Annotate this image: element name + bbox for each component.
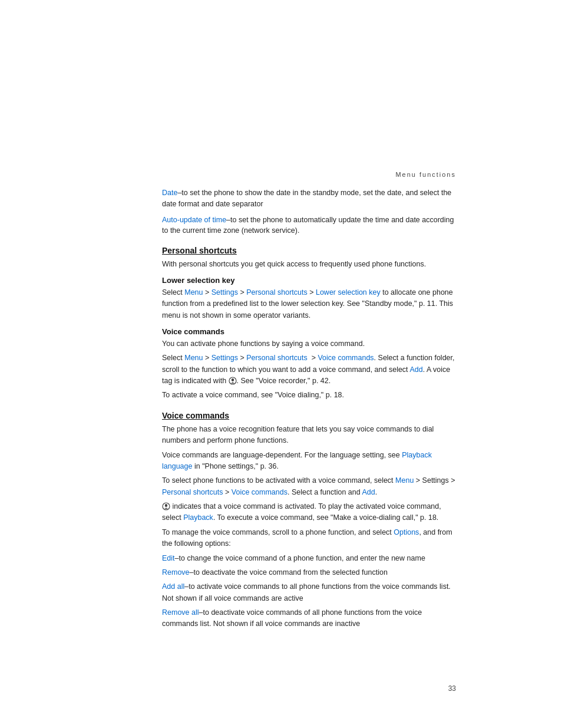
option-edit: Edit–to change the voice command of a ph…: [162, 553, 456, 564]
voice-commands-activate: To activate a voice command, see "Voice …: [162, 390, 456, 401]
vc-desc5: To manage the voice commands, scroll to …: [162, 527, 456, 550]
voice-commands-desc1: You can activate phone functions by sayi…: [162, 338, 456, 350]
remove-link[interactable]: Remove: [162, 568, 190, 577]
menu-link-1[interactable]: Menu: [184, 288, 203, 297]
page: Menu functions Date–to set the phone to …: [0, 0, 562, 728]
page-number: 33: [448, 684, 456, 693]
add-link-2[interactable]: Add: [362, 488, 375, 496]
settings-link-1[interactable]: Settings: [211, 288, 238, 297]
option-remove-all: Remove all–to deactivate voice commands …: [162, 607, 456, 630]
personal-shortcuts-link-3[interactable]: Personal shortcuts: [162, 488, 223, 496]
menu-link-3[interactable]: Menu: [395, 476, 414, 485]
remove-all-link[interactable]: Remove all: [162, 608, 199, 617]
voice-commands-sub-heading: Voice commands: [162, 327, 456, 336]
autoupdate-link[interactable]: Auto-update of time: [162, 216, 226, 224]
voice-commands-link-1[interactable]: Voice commands: [318, 354, 373, 362]
personal-shortcuts-link-2[interactable]: Personal shortcuts: [246, 354, 308, 362]
vc-desc3: To select phone functions to be activate…: [162, 475, 456, 498]
add-link-1[interactable]: Add: [409, 365, 422, 374]
date-desc: –to set the phone to show the date in th…: [162, 189, 451, 208]
personal-shortcuts-desc: With personal shortcuts you get quick ac…: [162, 259, 456, 270]
settings-link-2[interactable]: Settings: [211, 354, 238, 362]
lower-selection-key-heading: Lower selection key: [162, 276, 456, 285]
section-header-text: Menu functions: [395, 171, 456, 178]
playback-link[interactable]: Playback: [183, 513, 213, 522]
vc-desc2: Voice commands are language-dependent. F…: [162, 450, 456, 473]
lower-selection-key-link[interactable]: Lower selection key: [316, 288, 381, 297]
content-area: Menu functions Date–to set the phone to …: [0, 0, 562, 680]
date-link[interactable]: Date: [162, 189, 177, 197]
vc-desc4: indicates that a voice command is activa…: [162, 501, 456, 524]
option-remove: Remove–to deactivate the voice command f…: [162, 567, 456, 578]
menu-link-2[interactable]: Menu: [184, 354, 203, 362]
personal-shortcuts-link-1[interactable]: Personal shortcuts: [246, 288, 308, 297]
lower-selection-key-body: Select Menu > Settings > Personal shortc…: [162, 287, 456, 321]
autoupdate-paragraph: Auto-update of time–to set the phone to …: [162, 215, 456, 237]
vc-desc1: The phone has a voice recognition featur…: [162, 424, 456, 447]
option-add-all: Add all–to activate voice commands to al…: [162, 581, 456, 604]
voice-tag-icon-1: [229, 377, 237, 385]
personal-shortcuts-heading: Personal shortcuts: [162, 246, 456, 255]
date-paragraph: Date–to set the phone to show the date i…: [162, 187, 456, 210]
add-all-link[interactable]: Add all: [162, 582, 184, 591]
page-section-header: Menu functions: [162, 171, 456, 178]
voice-commands-main-heading: Voice commands: [162, 411, 456, 420]
options-link[interactable]: Options: [394, 528, 419, 536]
voice-tag-icon-2: [162, 502, 170, 510]
edit-link[interactable]: Edit: [162, 554, 175, 562]
voice-commands-body: Select Menu > Settings > Personal shortc…: [162, 353, 456, 387]
voice-commands-link-2[interactable]: Voice commands: [232, 488, 287, 496]
